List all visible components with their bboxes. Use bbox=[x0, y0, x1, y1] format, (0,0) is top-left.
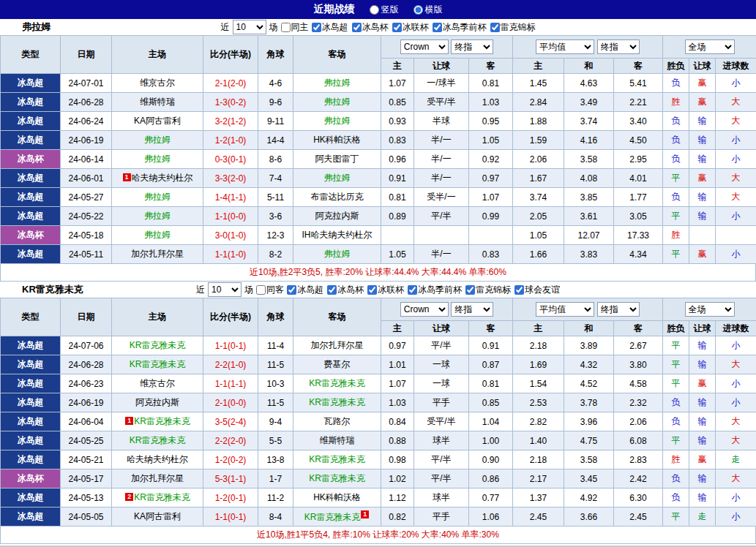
ah-line: 受半/一 bbox=[414, 188, 469, 207]
eu-away-odds: 2.32 bbox=[614, 393, 663, 412]
team-name[interactable]: HK科帕沃格 bbox=[313, 135, 361, 145]
team-name[interactable]: 弗拉姆 bbox=[324, 249, 351, 259]
team-name[interactable]: 弗拉姆 bbox=[324, 78, 351, 88]
team-name[interactable]: HK科帕沃格 bbox=[313, 492, 361, 502]
team-name[interactable]: 阿克拉内斯 bbox=[315, 211, 359, 221]
subheader-handicap: 让球 bbox=[689, 321, 716, 336]
match-row: 冰岛超24-05-11加尔扎拜尔星1-1(1-0)8-2弗拉姆1.05半/一0.… bbox=[1, 245, 756, 264]
team-name[interactable]: IH哈夫纳夫约杜尔 bbox=[302, 230, 373, 240]
match-row: 冰岛超24-06-28KR雷克雅未克2-2(1-0)11-5费基尔1.01一球0… bbox=[1, 355, 756, 374]
team-name[interactable]: 弗拉姆 bbox=[144, 230, 171, 240]
team-name[interactable]: KR雷克雅未克 bbox=[304, 512, 361, 522]
team-name[interactable]: 加尔扎拜尔星 bbox=[131, 249, 184, 259]
league-checkbox[interactable] bbox=[514, 285, 524, 295]
average-select[interactable]: 平均值 bbox=[536, 39, 594, 54]
team-name[interactable]: 弗拉姆 bbox=[324, 97, 351, 107]
league-cell: 冰岛超 bbox=[1, 188, 61, 207]
team-name[interactable]: 维斯特瑞 bbox=[140, 97, 175, 107]
league-checkbox[interactable] bbox=[433, 23, 442, 32]
team-name[interactable]: 弗拉姆 bbox=[144, 135, 171, 145]
league-filter: 冰联杯 bbox=[367, 284, 404, 296]
ah-away-odds: 0.81 bbox=[469, 374, 513, 393]
team-name[interactable]: 费基尔 bbox=[324, 359, 351, 369]
score-cell: 3-5(2-4) bbox=[203, 412, 258, 431]
eu-away-odds: 3.05 bbox=[614, 207, 663, 226]
team-name[interactable]: 维京古尔 bbox=[140, 78, 175, 88]
team-name[interactable]: 维京古尔 bbox=[140, 378, 175, 388]
match-row: 冰岛超24-05-21哈夫纳夫约杜尔1-2(0-2)13-8KR雷克雅未克0.9… bbox=[1, 450, 756, 469]
eu-home-odds: 1.66 bbox=[513, 245, 564, 264]
team-recent-section: 弗拉姆 近 10 场 同主 冰岛超冰岛杯冰联杯冰岛季前杯雷克锦标 类型 日期 主… bbox=[0, 19, 756, 282]
team-name[interactable]: KA阿古雷利 bbox=[134, 116, 181, 126]
bookmaker-select[interactable]: Crown bbox=[400, 39, 449, 54]
league-checkbox[interactable] bbox=[352, 23, 362, 32]
team-name[interactable]: 弗拉姆 bbox=[324, 173, 351, 183]
result-cell: 负 bbox=[663, 393, 689, 412]
average-select[interactable]: 平均值 bbox=[536, 302, 594, 317]
league-cell: 冰岛超 bbox=[1, 508, 61, 527]
result-cell: 负 bbox=[663, 74, 689, 93]
team-name[interactable]: 弗拉姆 bbox=[144, 211, 171, 221]
eu-home-odds: 2.05 bbox=[513, 207, 564, 226]
team-name[interactable]: KR雷克雅未克 bbox=[309, 378, 365, 388]
euro-final-select[interactable]: 终指 bbox=[597, 39, 640, 54]
result-cell: 负 bbox=[663, 188, 689, 207]
scope-select[interactable]: 全场 bbox=[685, 39, 735, 54]
recent-label: 近 bbox=[196, 284, 205, 296]
away-team-cell: 瓦路尔 bbox=[293, 412, 381, 431]
league-cell: 冰岛超 bbox=[1, 412, 61, 431]
team-name[interactable]: 弗拉姆 bbox=[144, 192, 171, 202]
eu-away-odds: 2.21 bbox=[614, 93, 663, 112]
asian-final-select[interactable]: 终指 bbox=[451, 302, 493, 317]
team-name[interactable]: 布雷达比历克 bbox=[311, 192, 364, 202]
eu-away-odds: 4.50 bbox=[614, 131, 663, 150]
horizontal-layout-radio[interactable] bbox=[413, 5, 423, 15]
team-name[interactable]: KR雷克雅未克 bbox=[309, 397, 365, 407]
handicap-result-cell: 走 bbox=[689, 508, 716, 527]
league-checkbox[interactable] bbox=[465, 285, 475, 295]
match-count-select[interactable]: 10 bbox=[233, 20, 266, 34]
team-name[interactable]: 哈夫纳夫约杜尔 bbox=[132, 173, 193, 183]
home-team-cell: 2KR雷克雅未克 bbox=[112, 488, 203, 508]
asian-final-select[interactable]: 终指 bbox=[451, 39, 493, 54]
same-venue-checkbox[interactable] bbox=[256, 285, 266, 295]
team-name[interactable]: KR雷克雅未克 bbox=[134, 492, 190, 502]
team-name[interactable]: KR雷克雅未克 bbox=[309, 454, 365, 464]
eu-away-odds: 1.77 bbox=[614, 188, 663, 207]
team-name[interactable]: KR雷克雅未克 bbox=[130, 435, 186, 445]
ah-away-odds: 0.99 bbox=[469, 207, 513, 226]
team-name[interactable]: KR雷克雅未克 bbox=[134, 416, 190, 426]
same-venue-checkbox[interactable] bbox=[281, 23, 291, 32]
team-name[interactable]: KR雷克雅未克 bbox=[130, 359, 186, 369]
team-name[interactable]: KR雷克雅未克 bbox=[309, 473, 365, 483]
team-name[interactable]: 加尔扎拜尔星 bbox=[131, 473, 184, 483]
match-count-select[interactable]: 10 bbox=[208, 282, 242, 297]
away-team-cell: 阿克拉内斯 bbox=[293, 207, 381, 226]
league-checkbox[interactable] bbox=[327, 285, 337, 295]
euro-final-select[interactable]: 终指 bbox=[597, 302, 640, 317]
vertical-layout-radio[interactable] bbox=[370, 5, 379, 15]
score-cell: 1-1(0-1) bbox=[203, 508, 258, 527]
scope-select[interactable]: 全场 bbox=[685, 302, 735, 317]
team-name[interactable]: 哈夫纳夫约杜尔 bbox=[127, 454, 188, 464]
league-checkbox[interactable] bbox=[287, 285, 296, 295]
eu-away-odds: 6.30 bbox=[614, 488, 663, 508]
team-name[interactable]: 阿克拉内斯 bbox=[135, 397, 179, 407]
team-name[interactable]: 阿夫图雷丁 bbox=[315, 154, 359, 164]
team-name[interactable]: KR雷克雅未克 bbox=[130, 340, 186, 350]
team-name[interactable]: 维斯特瑞 bbox=[320, 435, 355, 445]
league-checkbox[interactable] bbox=[490, 23, 500, 32]
team-name[interactable]: 弗拉姆 bbox=[144, 154, 171, 164]
league-checkbox[interactable] bbox=[312, 23, 321, 32]
league-checkbox[interactable] bbox=[392, 23, 402, 32]
team-name[interactable]: 弗拉姆 bbox=[324, 116, 351, 126]
team-name[interactable]: 加尔扎拜尔星 bbox=[311, 340, 364, 350]
bookmaker-select[interactable]: Crown bbox=[400, 302, 449, 317]
result-cell: 负 bbox=[663, 488, 689, 508]
team-name[interactable]: KA阿古雷利 bbox=[134, 511, 181, 521]
league-checkbox[interactable] bbox=[408, 285, 417, 295]
league-checkbox[interactable] bbox=[367, 285, 377, 295]
ah-line: 半球 bbox=[414, 112, 469, 131]
team-name[interactable]: 瓦路尔 bbox=[324, 416, 351, 426]
score-cell: 2-2(2-0) bbox=[203, 431, 258, 450]
